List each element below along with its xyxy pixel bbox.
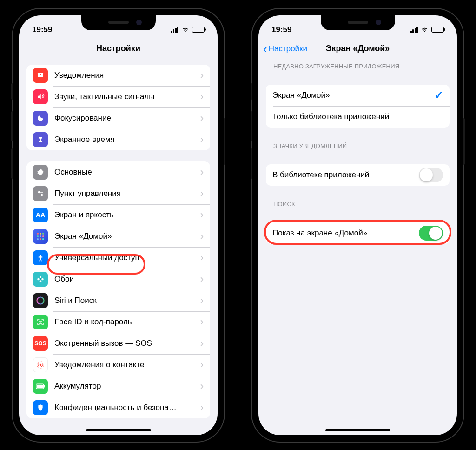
svg-rect-15 xyxy=(42,238,44,240)
chevron-right-icon: › xyxy=(200,69,204,81)
chevron-right-icon: › xyxy=(200,295,204,307)
svg-point-16 xyxy=(40,255,41,256)
wifi-icon xyxy=(421,27,429,33)
wifi-icon xyxy=(181,27,189,33)
checkmark-icon: ✓ xyxy=(435,89,443,101)
svg-rect-9 xyxy=(42,233,44,234)
chevron-right-icon: › xyxy=(200,166,204,178)
row-focus[interactable]: Фокусирование › xyxy=(26,107,210,129)
row-sos[interactable]: SOS Экстренный вызов — SOS › xyxy=(26,333,210,354)
svg-rect-4 xyxy=(40,192,43,193)
speaker-icon xyxy=(33,89,48,104)
row-general[interactable]: Основные › xyxy=(26,161,210,183)
svg-rect-27 xyxy=(37,384,43,388)
svg-rect-8 xyxy=(40,233,41,234)
chevron-right-icon: › xyxy=(200,91,204,103)
svg-rect-12 xyxy=(42,235,44,237)
row-label: Показ на экране «Домой» xyxy=(272,228,419,238)
row-battery[interactable]: Аккумулятор › xyxy=(26,376,210,397)
chevron-left-icon: ‹ xyxy=(263,43,267,55)
row-label: В библиотеке приложений xyxy=(272,170,419,180)
faceid-icon xyxy=(33,315,48,329)
svg-rect-6 xyxy=(38,195,40,195)
svg-point-19 xyxy=(40,280,42,282)
status-time: 19:59 xyxy=(32,25,52,34)
aa-icon: AA xyxy=(33,208,48,222)
home-screen-settings[interactable]: НЕДАВНО ЗАГРУЖЕННЫЕ ПРИЛОЖЕНИЯ Экран «До… xyxy=(258,59,457,435)
row-sounds[interactable]: Звуки, тактильные сигналы › xyxy=(26,86,210,107)
notch xyxy=(81,15,156,30)
row-label: Универсальный доступ xyxy=(54,253,200,262)
svg-point-17 xyxy=(40,278,42,280)
row-label: Экран «Домой» xyxy=(54,232,200,241)
switch-row-show-on-home: Показ на экране «Домой» xyxy=(266,222,450,244)
svg-rect-11 xyxy=(40,235,41,237)
svg-rect-13 xyxy=(37,238,39,240)
chevron-right-icon: › xyxy=(200,188,204,200)
moon-icon xyxy=(33,111,48,126)
svg-point-5 xyxy=(41,194,43,196)
home-indicator[interactable] xyxy=(325,429,390,431)
section-header: ЗНАЧКИ УВЕДОМЛЕНИЙ xyxy=(258,142,457,153)
row-label: Экран и яркость xyxy=(54,210,200,220)
back-label: Настройки xyxy=(269,44,307,54)
option-home-screen[interactable]: Экран «Домой» ✓ xyxy=(266,85,450,106)
chevron-right-icon: › xyxy=(200,273,204,285)
row-accessibility[interactable]: Универсальный доступ › xyxy=(26,247,210,269)
hourglass-icon xyxy=(33,132,48,147)
nav-bar: ‹ Настройки Экран «Домой» xyxy=(258,39,457,59)
nav-bar: Настройки xyxy=(19,39,218,59)
switch-app-library-badges[interactable] xyxy=(419,168,443,182)
signal-icon xyxy=(171,27,179,33)
row-screentime[interactable]: Экранное время › xyxy=(26,129,210,150)
chevron-right-icon: › xyxy=(200,337,204,349)
row-exposure[interactable]: Уведомления о контакте › xyxy=(26,354,210,376)
option-app-library-only[interactable]: Только библиотека приложений xyxy=(266,106,450,128)
svg-point-22 xyxy=(37,297,44,304)
chevron-right-icon: › xyxy=(200,112,204,124)
chevron-right-icon: › xyxy=(200,359,204,371)
svg-point-25 xyxy=(40,363,42,366)
row-label: Звуки, тактильные сигналы xyxy=(54,92,200,101)
section-header: ПОИСК xyxy=(258,201,457,211)
battery-row-icon xyxy=(33,379,48,394)
switch-show-on-home[interactable] xyxy=(419,226,443,241)
settings-list[interactable]: Уведомления › Звуки, тактильные сигналы … xyxy=(19,59,218,435)
row-label: Уведомления о контакте xyxy=(54,360,200,369)
row-label: Экстренный вызов — SOS xyxy=(54,339,200,348)
row-label: Экран «Домой» xyxy=(272,91,435,100)
row-label: Обои xyxy=(54,275,200,284)
back-button[interactable]: ‹ Настройки xyxy=(263,43,307,55)
row-wallpaper[interactable]: Обои › xyxy=(26,269,210,290)
status-time: 19:59 xyxy=(271,25,291,34)
home-indicator[interactable] xyxy=(86,429,151,431)
page-title: Экран «Домой» xyxy=(326,44,390,54)
chevron-right-icon: › xyxy=(200,316,204,328)
row-label: Фокусирование xyxy=(54,114,200,123)
sliders-icon xyxy=(33,186,48,201)
row-label: Пункт управления xyxy=(54,189,200,198)
siri-icon xyxy=(33,293,48,308)
section-header: НЕДАВНО ЗАГРУЖЕННЫЕ ПРИЛОЖЕНИЯ xyxy=(258,63,457,74)
group-newly-downloaded: Экран «Домой» ✓ Только библиотека прилож… xyxy=(266,85,450,128)
switch-row-app-library-badges: В библиотеке приложений xyxy=(266,164,450,186)
row-faceid[interactable]: Face ID и код-пароль › xyxy=(26,311,210,333)
row-privacy[interactable]: Конфиденциальность и безопа… › xyxy=(26,397,210,418)
row-home-screen[interactable]: Экран «Домой» › xyxy=(26,226,210,247)
chevron-right-icon: › xyxy=(200,230,204,242)
exposure-icon xyxy=(33,357,48,372)
row-notifications[interactable]: Уведомления › xyxy=(26,65,210,86)
row-siri[interactable]: Siri и Поиск › xyxy=(26,290,210,311)
group-search: Показ на экране «Домой» xyxy=(266,222,450,244)
bell-icon xyxy=(33,68,48,83)
row-display[interactable]: AA Экран и яркость › xyxy=(26,204,210,226)
grid-icon xyxy=(33,229,48,244)
chevron-right-icon: › xyxy=(200,134,204,146)
row-label: Только библиотека приложений xyxy=(272,112,443,121)
row-control-center[interactable]: Пункт управления › xyxy=(26,183,210,204)
row-label: Аккумулятор xyxy=(54,382,200,391)
row-label: Экранное время xyxy=(54,135,200,144)
row-label: Face ID и код-пароль xyxy=(54,317,200,327)
phone-frame-left: 19:59 Настройки Уведомления xyxy=(13,9,224,442)
hand-icon xyxy=(33,400,48,415)
